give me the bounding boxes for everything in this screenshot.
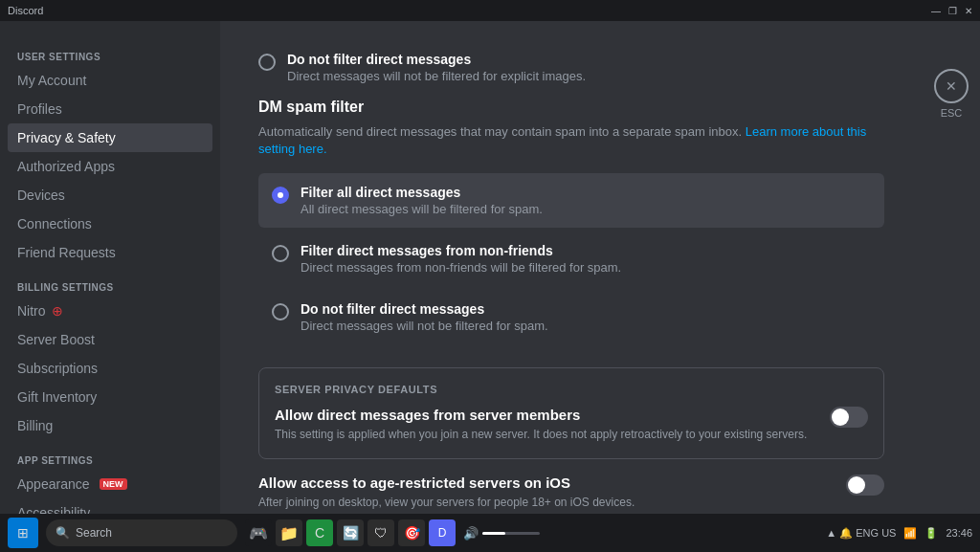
sidebar-item-accessibility[interactable]: Accessibility [8,498,212,514]
volume-bar [482,532,540,535]
top-radio-option[interactable]: Do not filter direct messages Direct mes… [258,44,884,91]
sidebar: USER SETTINGS My Account Profiles Privac… [0,21,220,514]
sidebar-item-appearance[interactable]: Appearance NEW [8,470,212,498]
search-label: Search [76,526,112,540]
esc-label: ESC [941,107,963,119]
close-icon: ✕ [946,78,957,94]
sidebar-item-label: Connections [17,216,92,232]
radio-circle-filter-all[interactable] [272,187,289,204]
toggle-ios-knob [848,476,865,494]
sidebar-item-privacy-safety[interactable]: Privacy & Safety [8,123,212,152]
volume-icon[interactable]: 🔊 [463,526,479,541]
sidebar-item-gift-inventory[interactable]: Gift Inventory [8,383,212,411]
radio-filter-all-desc: All direct messages will be filtered for… [301,202,543,216]
sidebar-item-my-account[interactable]: My Account [8,66,212,95]
main-content: USER SETTINGS My Account Profiles Privac… [0,21,980,514]
volume-fill [482,532,505,535]
taskbar-app-3[interactable]: C [306,519,333,546]
sidebar-item-label: Profiles [17,101,62,117]
sidebar-item-friend-requests[interactable]: Friend Requests [8,238,212,267]
sidebar-item-label: Privacy & Safety [17,130,116,145]
sidebar-item-label: Devices [17,188,65,203]
toggle-ios-title: Allow access to age-restricted servers o… [258,475,831,491]
settings-content: Do not filter direct messages Direct mes… [220,21,923,514]
radio-filter-all-title: Filter all direct messages [301,185,543,200]
radio-filter-all[interactable]: Filter all direct messages All direct me… [258,173,884,228]
taskbar-icons: ▲ 🔔 ENG US [826,527,896,540]
window-controls[interactable]: — ❐ ✕ [931,6,972,16]
taskbar-right: ▲ 🔔 ENG US 📶 🔋 23:46 [826,527,972,540]
toggle-knob [832,408,849,426]
dm-spam-title: DM spam filter [258,99,884,116]
titlebar: Discord — ❐ ✕ [0,0,980,21]
new-badge: NEW [100,478,127,490]
radio-no-filter[interactable]: Do not filter direct messages Direct mes… [258,290,884,344]
toggle-ios-switch[interactable] [846,475,884,496]
billing-settings-label: BILLING SETTINGS [8,275,212,297]
minimize-button[interactable]: — [931,6,941,16]
radio-non-friends-title: Filter direct messages from non-friends [301,243,621,258]
sidebar-item-subscriptions[interactable]: Subscriptions [8,354,212,383]
radio-no-filter-title: Do not filter direct messages [301,301,548,317]
radio-circle-top[interactable] [258,54,276,71]
toggle-ios-desc: After joining on desktop, view your serv… [258,495,831,511]
sidebar-item-label: Appearance [17,476,90,492]
sidebar-item-label: Server Boost [17,332,95,347]
start-button[interactable]: ⊞ [8,518,38,548]
sidebar-item-authorized-apps[interactable]: Authorized Apps [8,152,212,181]
toggle-ios-text: Allow access to age-restricted servers o… [258,475,831,511]
taskbar-app-5[interactable]: 🛡 [368,519,394,546]
search-icon: 🔍 [56,526,70,540]
windows-icon: ⊞ [17,525,29,541]
sidebar-item-label: Accessibility [17,505,90,514]
toggle-allow-dm-desc: This setting is applied when you join a … [275,427,814,443]
top-radio-title: Do not filter direct messages [287,52,586,67]
radio-non-friends-desc: Direct messages from non-friends will be… [301,260,621,275]
radio-circle-non-friends[interactable] [272,245,289,262]
sidebar-item-label: Nitro [17,303,46,319]
sidebar-item-label: Billing [17,418,53,433]
maximize-button[interactable]: ❐ [948,6,957,16]
server-privacy-header: SERVER PRIVACY DEFAULTS [275,384,868,395]
wifi-icon: 📶 [903,527,917,540]
sidebar-item-devices[interactable]: Devices [8,181,212,210]
radio-circle-no-filter[interactable] [272,303,289,320]
taskbar-app-7[interactable]: D [429,519,456,546]
battery-icon: 🔋 [924,527,938,540]
esc-button[interactable]: ✕ [934,69,969,103]
sidebar-item-label: Authorized Apps [17,159,115,174]
nitro-badge-icon: ⊕ [52,303,63,319]
sidebar-item-billing[interactable]: Billing [8,411,212,440]
sidebar-item-nitro[interactable]: Nitro ⊕ [8,297,212,325]
taskbar-app-1[interactable]: 🎮 [245,519,272,546]
taskbar-search[interactable]: 🔍 Search [46,519,237,546]
top-radio-text: Do not filter direct messages Direct mes… [287,52,586,83]
sidebar-item-profiles[interactable]: Profiles [8,95,212,123]
toggle-allow-dm-text: Allow direct messages from server member… [275,407,814,443]
radio-filter-all-text: Filter all direct messages All direct me… [301,185,543,216]
dm-spam-desc: Automatically send direct messages that … [258,123,884,158]
taskbar-app-2[interactable]: 📁 [276,519,302,546]
close-button[interactable]: ✕ [965,6,972,16]
app-settings-label: APP SETTINGS [8,448,212,470]
sidebar-item-label: Gift Inventory [17,389,97,405]
sidebar-item-connections[interactable]: Connections [8,210,212,238]
taskbar-app-6[interactable]: 🎯 [398,519,425,546]
toggle-age-restricted-ios: Allow access to age-restricted servers o… [258,475,884,511]
radio-filter-non-friends[interactable]: Filter direct messages from non-friends … [258,232,884,286]
volume-area: 🔊 [463,526,540,541]
taskbar-apps: 🎮 📁 C 🔄 🛡 🎯 D [245,519,456,546]
toggle-allow-dm-title: Allow direct messages from server member… [275,407,814,423]
app-title: Discord [8,5,43,16]
toggle-allow-dm-switch[interactable] [830,407,868,428]
sidebar-item-server-boost[interactable]: Server Boost [8,325,212,354]
sidebar-item-label: My Account [17,73,86,88]
radio-non-friends-text: Filter direct messages from non-friends … [301,243,621,275]
radio-no-filter-desc: Direct messages will not be filtered for… [301,319,548,333]
toggle-allow-dm-server: Allow direct messages from server member… [275,407,868,443]
sidebar-item-label: Friend Requests [17,245,116,260]
taskbar-time: 23:46 [946,527,972,539]
taskbar-app-4[interactable]: 🔄 [337,519,364,546]
sidebar-item-label: Subscriptions [17,361,98,376]
radio-no-filter-text: Do not filter direct messages Direct mes… [301,301,548,333]
